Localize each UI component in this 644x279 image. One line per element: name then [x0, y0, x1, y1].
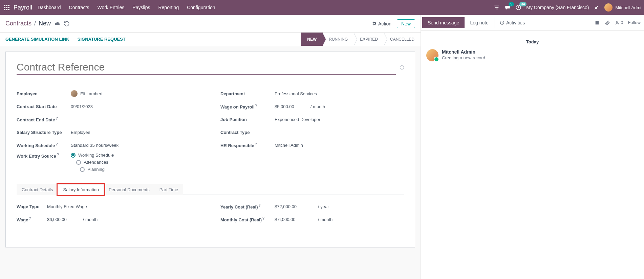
- module-brand[interactable]: Payroll: [14, 4, 32, 11]
- message-author: Mitchell Admin: [442, 49, 489, 55]
- tab-contract-details[interactable]: Contract Details: [17, 184, 58, 195]
- label-monthly-cost: Monthly Cost (Real)?: [220, 216, 275, 222]
- apps-icon[interactable]: [3, 3, 11, 12]
- messages-icon[interactable]: 5: [505, 4, 511, 11]
- label-start-date: Contract Start Date: [17, 104, 71, 109]
- company-selector[interactable]: My Company (San Francisco): [526, 5, 589, 10]
- field-structure-type[interactable]: Employee: [71, 130, 90, 135]
- label-work-entry-source: Work Entry Source?: [17, 153, 71, 159]
- followers-count[interactable]: 0: [615, 20, 623, 25]
- control-panel: Contracts / New Action New: [0, 15, 421, 33]
- chatter-panel: Send message Log note Activities 0 Follo…: [421, 15, 644, 279]
- tray-icon[interactable]: [494, 4, 500, 11]
- label-yearly-cost: Yearly Cost (Real)?: [220, 203, 275, 210]
- breadcrumb-current: New: [39, 20, 51, 27]
- priority-toggle[interactable]: [400, 65, 404, 69]
- field-job-position[interactable]: Experienced Developer: [275, 117, 320, 122]
- status-new[interactable]: NEW: [301, 33, 323, 46]
- user-name: Mitchell Admi: [615, 5, 641, 10]
- label-hr-subheader: HR Responsible?: [220, 142, 275, 148]
- status-bar: NEW RUNNING EXPIRED CANCELLED: [301, 33, 421, 46]
- signature-request-link[interactable]: SIGNATURE REQUEST: [78, 33, 126, 46]
- field-wage[interactable]: $6,000.00 / month: [47, 217, 98, 222]
- tab-part-time[interactable]: Part Time: [155, 184, 184, 195]
- label-contract-type: Contract Type: [220, 130, 275, 135]
- field-monthly-cost[interactable]: $ 6,000.00 / month: [275, 217, 332, 222]
- field-department[interactable]: Professional Services: [275, 91, 317, 96]
- menu-payslips[interactable]: Payslips: [132, 5, 150, 10]
- activities-button[interactable]: Activities: [494, 17, 530, 28]
- save-cloud-icon[interactable]: [54, 21, 60, 27]
- chatter-date-separator: Today: [426, 39, 639, 44]
- label-wage-type: Wage Type: [17, 204, 47, 209]
- menu-dashboard[interactable]: Dashboard: [38, 5, 61, 10]
- status-expired[interactable]: EXPIRED: [354, 33, 384, 46]
- breadcrumb-parent[interactable]: Contracts: [5, 20, 31, 27]
- radio-planning[interactable]: Planning: [80, 167, 105, 172]
- chatter-message: Mitchell Admin Creating a new record...: [426, 49, 639, 61]
- contract-reference-input[interactable]: [17, 60, 396, 75]
- label-structure-type: Salary Structure Type: [17, 130, 71, 135]
- label-job-position: Job Position: [220, 117, 275, 122]
- field-start-date[interactable]: 09/01/2023: [71, 104, 93, 109]
- field-working-schedule[interactable]: Standard 35 hours/week: [71, 143, 119, 148]
- activities-icon[interactable]: 34: [515, 4, 521, 11]
- topnav-right: 5 34 My Company (San Francisco) Mitchell…: [494, 3, 641, 12]
- field-wage-on-payroll[interactable]: $5,000.00 / month: [275, 104, 325, 109]
- svg-point-2: [617, 21, 618, 23]
- label-department: Department: [220, 91, 275, 96]
- log-note-button[interactable]: Log note: [465, 17, 494, 28]
- menu-reporting[interactable]: Reporting: [158, 5, 179, 10]
- action-bar: GENERATE SIMULATION LINK SIGNATURE REQUE…: [0, 33, 421, 46]
- chatter-header: Send message Log note Activities 0 Follo…: [421, 15, 644, 31]
- label-end-date: Contract End Date?: [17, 116, 71, 122]
- send-message-button[interactable]: Send message: [422, 17, 465, 28]
- form-sheet: Employee Eli Lambert Contract Start Date…: [5, 52, 415, 247]
- user-avatar: [604, 3, 613, 12]
- menu-configuration[interactable]: Configuration: [187, 5, 215, 10]
- discard-icon[interactable]: [64, 21, 70, 27]
- notebook-tabs: Contract Details Salary Information Pers…: [17, 184, 404, 195]
- main-menu: Dashboard Contracts Work Entries Payslip…: [38, 5, 215, 10]
- top-navbar: Payroll Dashboard Contracts Work Entries…: [0, 0, 644, 15]
- tab-personal-documents[interactable]: Personal Documents: [104, 184, 155, 195]
- label-wage-on-payroll: Wage on Payroll?: [220, 103, 275, 109]
- field-wage-type[interactable]: Monthly Fixed Wage: [47, 204, 87, 209]
- tab-salary-information[interactable]: Salary Information: [58, 184, 104, 195]
- radio-working-schedule[interactable]: Working Schedule: [71, 153, 114, 158]
- message-text: Creating a new record...: [442, 55, 489, 60]
- field-employee[interactable]: Eli Lambert: [71, 90, 103, 97]
- menu-work-entries[interactable]: Work Entries: [97, 5, 124, 10]
- label-working-schedule: Working Schedule?: [17, 142, 71, 148]
- breadcrumb: Contracts / New: [5, 20, 51, 27]
- label-employee: Employee: [17, 91, 71, 96]
- chatter-book-icon[interactable]: [595, 20, 600, 25]
- label-wage: Wage?: [17, 216, 47, 222]
- follow-button[interactable]: Follow: [628, 20, 641, 25]
- user-menu[interactable]: Mitchell Admi: [604, 3, 641, 12]
- generate-simulation-link[interactable]: GENERATE SIMULATION LINK: [5, 33, 69, 46]
- field-work-entry-source: Working Schedule Attendances Planning: [71, 153, 114, 172]
- attachment-icon[interactable]: [605, 20, 610, 25]
- status-cancelled[interactable]: CANCELLED: [384, 33, 421, 46]
- activities-badge: 34: [519, 2, 527, 6]
- employee-avatar-icon: [71, 90, 78, 97]
- tools-icon[interactable]: [594, 4, 600, 11]
- field-hr-responsible[interactable]: Mitchell Admin: [275, 143, 303, 148]
- message-avatar: [426, 49, 438, 61]
- status-running[interactable]: RUNNING: [323, 33, 354, 46]
- new-button[interactable]: New: [397, 19, 415, 28]
- tab-content-salary: Wage Type Monthly Fixed Wage Wage? $6,00…: [17, 195, 404, 227]
- radio-attendances[interactable]: Attendances: [76, 160, 108, 165]
- field-yearly-cost[interactable]: $72,000.00 / year: [275, 204, 329, 209]
- menu-contracts[interactable]: Contracts: [69, 5, 89, 10]
- messages-badge: 5: [509, 2, 514, 6]
- action-dropdown[interactable]: Action: [372, 21, 391, 26]
